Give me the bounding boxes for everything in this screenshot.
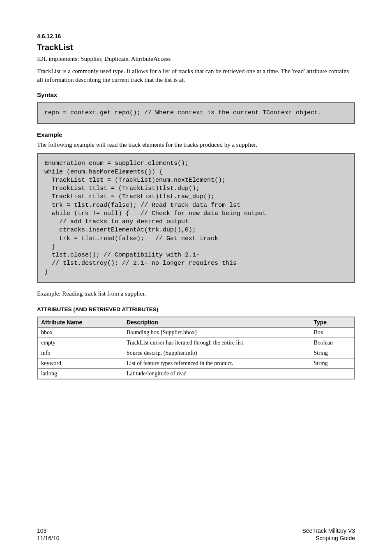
attr-desc: Latitude/longitude of read xyxy=(123,368,310,379)
intro-paragraph: TrackList is a commonly used type. It al… xyxy=(37,67,355,84)
example-caption: Example: Reading track list from a suppl… xyxy=(37,290,355,297)
table-row: info Source descrip. (Supplier.info) Str… xyxy=(37,348,355,358)
attr-name: empty xyxy=(37,338,123,348)
attributes-heading: ATTRIBUTES (AND RETRIEVED ATTRIBUTES) xyxy=(37,306,355,312)
col-header-desc: Description xyxy=(123,317,310,328)
table-row: latlong Latitude/longitude of read xyxy=(37,368,355,379)
attributes-table: Attribute Name Description Type bbox Bou… xyxy=(37,317,355,379)
table-row: bbox Bounding box [Supplier.bbox] Box xyxy=(37,327,355,338)
attr-type: String xyxy=(310,358,355,368)
attr-name: info xyxy=(37,348,123,358)
attr-desc: Source descrip. (Supplier.info) xyxy=(123,348,310,358)
attr-name: keyword xyxy=(37,358,123,368)
footer-doc: Scripting Guide xyxy=(302,534,355,542)
attr-desc: TrackList cursor has iterated through th… xyxy=(123,338,310,348)
section-title: TrackList xyxy=(37,43,355,52)
attr-name: latlong xyxy=(37,368,123,379)
col-header-type: Type xyxy=(310,317,355,328)
table-row: empty TrackList cursor has iterated thro… xyxy=(37,338,355,348)
attr-desc: List of feature types referenced in the … xyxy=(123,358,310,368)
example-code-box: Enumeration enum = supplier.elements(); … xyxy=(37,153,355,283)
attr-type xyxy=(310,368,355,379)
syntax-heading: Syntax xyxy=(37,91,355,98)
attr-type: Box xyxy=(310,327,355,338)
footer-date: 11/16/10 xyxy=(37,534,60,542)
table-row: keyword List of feature types referenced… xyxy=(37,358,355,368)
section-number: 4.6.12.16 xyxy=(37,33,355,39)
idl-implements: IDL implements: Supplier, Duplicate, Att… xyxy=(37,55,355,63)
col-header-name: Attribute Name xyxy=(37,317,123,328)
syntax-code-box: repo = context.get_repo(); // Where cont… xyxy=(37,102,355,124)
attr-type: String xyxy=(310,348,355,358)
table-header-row: Attribute Name Description Type xyxy=(37,317,355,328)
attr-desc: Bounding box [Supplier.bbox] xyxy=(123,327,310,338)
footer-product: SeeTrack Military V3 xyxy=(302,527,355,534)
page: 4.6.12.16 TrackList IDL implements: Supp… xyxy=(0,0,392,555)
footer-page-number: 103 xyxy=(37,527,60,534)
example-intro: The following example will read the trac… xyxy=(37,141,355,149)
example-heading: Example xyxy=(37,131,355,138)
page-footer: 103 11/16/10 SeeTrack Military V3 Script… xyxy=(37,527,355,542)
attr-name: bbox xyxy=(37,327,123,338)
attr-type: Boolean xyxy=(310,338,355,348)
